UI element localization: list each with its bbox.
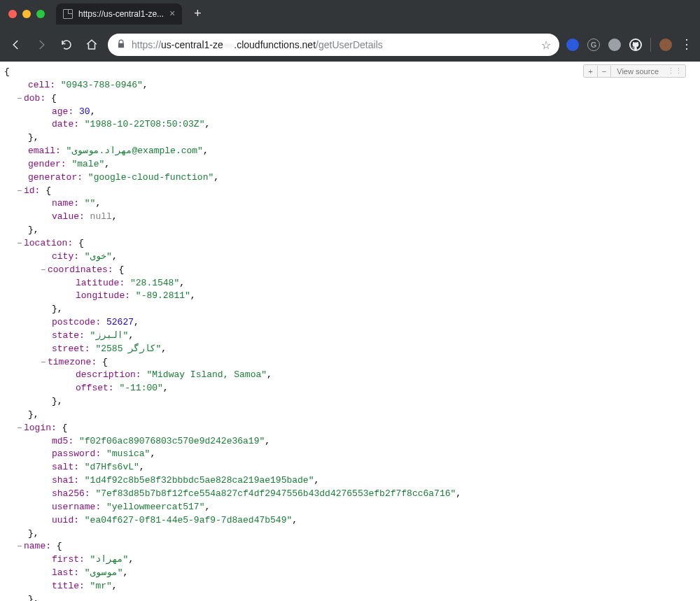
collapse-all-button[interactable]: − — [598, 66, 611, 77]
toolbar: https://us-central1-ze····.cloudfunction… — [0, 28, 700, 62]
json-line: – dob: { — [4, 92, 700, 106]
json-line: – timezone: { — [4, 356, 700, 369]
close-window-button[interactable] — [8, 10, 17, 18]
json-line: street: "2585 کارگر", — [4, 343, 700, 356]
json-line: generator: "google-cloud-function", — [4, 171, 700, 185]
json-line: value: null, — [4, 211, 700, 224]
json-line: – name: { — [4, 540, 700, 553]
json-line: cell: "0943-788-0946", — [4, 79, 700, 92]
toolbar-divider — [650, 38, 651, 52]
json-line: title: "mr", — [4, 580, 700, 593]
json-line: offset: "-11:00", — [4, 382, 700, 395]
tab-bar: https://us-central1-ze... × + — [0, 0, 700, 28]
json-line: – login: { — [4, 422, 700, 435]
collapse-toggle-icon[interactable]: – — [17, 422, 24, 435]
json-line: name: "", — [4, 197, 700, 211]
extension-icon-github[interactable] — [629, 38, 642, 51]
view-source-link[interactable]: View source — [611, 66, 664, 77]
browser-chrome: https://us-central1-ze... × + https://us… — [0, 0, 700, 62]
json-line: postcode: 52627, — [4, 316, 700, 330]
view-source-widget: + − View source ⋮⋮ — [583, 64, 686, 78]
forward-button[interactable] — [32, 36, 50, 54]
json-line: password: "musica", — [4, 448, 700, 461]
json-viewer[interactable]: {cell: "0943-788-0946",– dob: {age: 30,d… — [0, 62, 700, 601]
json-line: last: "موسوی", — [4, 567, 700, 580]
window-controls — [8, 10, 45, 18]
back-button[interactable] — [7, 36, 25, 54]
collapse-toggle-icon[interactable]: – — [41, 356, 48, 369]
json-line: uuid: "ea04f627-0f81-44e5-9af9-7d8aed47b… — [4, 514, 700, 528]
tab-title: https://us-central1-ze... — [78, 9, 164, 19]
json-line: salt: "d7Hfs6vL", — [4, 461, 700, 474]
json-line: – id: { — [4, 185, 700, 198]
bookmark-star-icon[interactable]: ☆ — [541, 38, 551, 52]
json-line: age: 30, — [4, 106, 700, 119]
reload-button[interactable] — [57, 36, 76, 54]
collapse-toggle-icon[interactable]: – — [17, 92, 24, 106]
collapse-toggle-icon[interactable]: – — [17, 540, 24, 553]
json-line: date: "1988-10-22T08:50:03Z", — [4, 118, 700, 132]
page-icon — [63, 9, 73, 19]
json-line: username: "yellowmeercat517", — [4, 501, 700, 514]
minimize-window-button[interactable] — [22, 10, 31, 18]
new-tab-button[interactable]: + — [188, 4, 207, 24]
json-line: gender: "male", — [4, 158, 700, 171]
extension-icon-3[interactable] — [608, 38, 621, 51]
json-line: first: "مهراد", — [4, 553, 700, 567]
json-line: sha1: "1d4f92c8b5e8f32bbbdc5ae828ca219ae… — [4, 474, 700, 488]
json-line: }, — [4, 303, 700, 316]
json-line: – coordinates: { — [4, 264, 700, 277]
json-line: }, — [4, 593, 700, 601]
expand-all-button[interactable]: + — [584, 66, 597, 77]
extension-icon-g[interactable]: G — [587, 38, 600, 51]
json-line: }, — [4, 409, 700, 422]
collapse-toggle-icon[interactable]: – — [17, 185, 24, 198]
json-line: state: "البرز", — [4, 330, 700, 343]
grip-icon: ⋮⋮ — [664, 65, 685, 77]
extension-icon-1[interactable] — [566, 38, 579, 51]
json-line: sha256: "7ef83d85b7b8f12fce554a827cf4df2… — [4, 488, 700, 501]
close-tab-button[interactable]: × — [169, 9, 175, 19]
json-line: }, — [4, 395, 700, 409]
collapse-toggle-icon[interactable]: – — [17, 237, 24, 250]
json-line: city: "خوی", — [4, 250, 700, 264]
json-line: md5: "f02f06ac89076803c570e9d242e36a19", — [4, 435, 700, 448]
json-line: }, — [4, 224, 700, 237]
maximize-window-button[interactable] — [36, 10, 45, 18]
collapse-toggle-icon[interactable]: – — [41, 264, 48, 277]
json-line: }, — [4, 528, 700, 541]
home-button[interactable] — [83, 36, 101, 54]
browser-menu-button[interactable]: ⋮ — [680, 38, 693, 51]
extension-icons: G ⋮ — [566, 38, 693, 52]
json-line: description: "Midway Island, Samoa", — [4, 369, 700, 382]
url-text: https://us-central1-ze····.cloudfunction… — [132, 39, 536, 50]
json-line: – location: { — [4, 237, 700, 250]
json-line: longitude: "-89.2811", — [4, 290, 700, 303]
lock-icon — [116, 39, 126, 51]
json-line: email: "مهراد.موسوی@example.com", — [4, 145, 700, 158]
browser-tab[interactable]: https://us-central1-ze... × — [56, 3, 182, 24]
json-line: latitude: "28.1548", — [4, 277, 700, 290]
address-bar[interactable]: https://us-central1-ze····.cloudfunction… — [108, 34, 559, 56]
profile-avatar[interactable] — [659, 38, 672, 51]
json-line: }, — [4, 132, 700, 145]
